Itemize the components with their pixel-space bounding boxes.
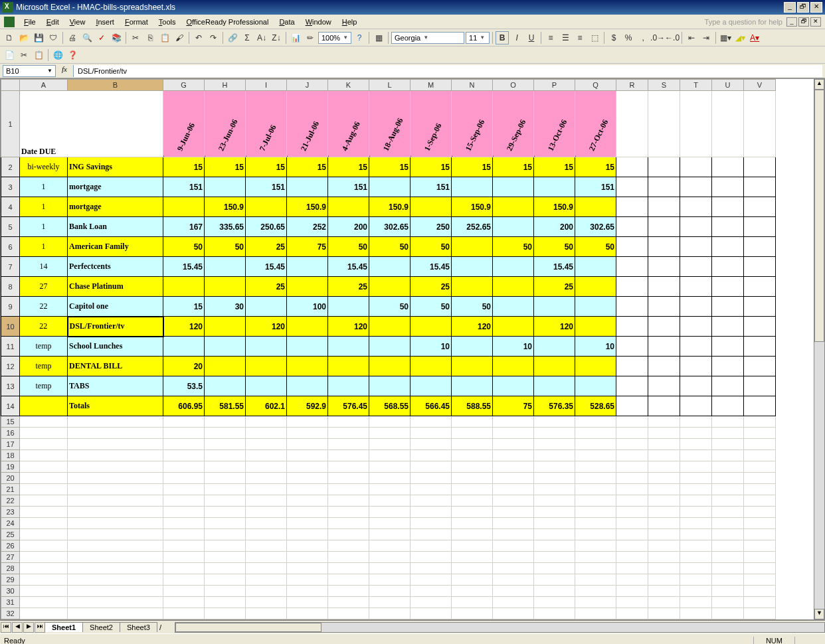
empty-cell[interactable] — [68, 461, 163, 473]
tb2-icon-4[interactable]: 🌐 — [51, 48, 64, 62]
empty-cell[interactable] — [680, 552, 712, 563]
empty-cell[interactable] — [534, 428, 575, 439]
empty-cell[interactable] — [616, 461, 648, 473]
empty-cell[interactable] — [680, 484, 712, 495]
fx-icon[interactable]: fx — [58, 65, 70, 77]
menu-insert[interactable]: Insert — [90, 17, 120, 27]
cell-value[interactable] — [369, 177, 411, 197]
empty-cell[interactable] — [712, 540, 744, 552]
empty-cell[interactable] — [68, 552, 163, 563]
empty-cell[interactable] — [648, 484, 680, 495]
empty-cell[interactable] — [534, 484, 575, 495]
menu-window[interactable]: Window — [300, 17, 337, 27]
empty-cell[interactable] — [744, 518, 776, 529]
empty-cell[interactable] — [648, 518, 680, 529]
empty-cell[interactable] — [287, 461, 328, 473]
empty-cell[interactable] — [680, 461, 712, 473]
empty-cell[interactable] — [575, 563, 616, 574]
print-icon[interactable]: 🖨 — [66, 31, 79, 44]
empty-cell[interactable] — [680, 563, 712, 574]
date-header[interactable]: 4-Aug-06 — [328, 91, 369, 157]
cell-value[interactable] — [493, 257, 534, 277]
empty-cell[interactable] — [246, 439, 287, 450]
open-icon[interactable]: 📂 — [17, 31, 31, 44]
empty-cell[interactable] — [205, 518, 246, 529]
empty-cell[interactable] — [616, 484, 648, 495]
cell-value[interactable] — [287, 277, 328, 297]
empty-cell[interactable] — [744, 495, 776, 507]
cell-name[interactable]: mortgage — [68, 177, 163, 197]
empty-cell[interactable] — [744, 597, 776, 608]
row-header-1[interactable]: 1 — [1, 91, 20, 157]
row-header-15[interactable]: 15 — [1, 416, 20, 428]
empty-cell[interactable] — [575, 529, 616, 540]
cell-value[interactable]: 50 — [369, 237, 411, 257]
empty-cell[interactable] — [205, 608, 246, 619]
help-icon[interactable]: ? — [353, 31, 366, 44]
row-header-21[interactable]: 21 — [1, 484, 20, 495]
cell-value[interactable] — [452, 237, 493, 257]
empty-cell[interactable] — [369, 563, 411, 574]
empty-cell[interactable] — [648, 540, 680, 552]
row-header-26[interactable]: 26 — [1, 540, 20, 552]
empty-cell[interactable] — [575, 586, 616, 597]
empty-cell[interactable] — [493, 540, 534, 552]
cell-value[interactable] — [205, 357, 246, 376]
empty-cell[interactable] — [680, 473, 712, 484]
cell-value[interactable] — [493, 177, 534, 197]
empty-cell[interactable] — [680, 540, 712, 552]
empty-cell[interactable] — [411, 540, 452, 552]
cell-value[interactable] — [411, 317, 452, 337]
empty-cell[interactable] — [246, 563, 287, 574]
save-icon[interactable]: 💾 — [32, 31, 45, 44]
row-header-22[interactable]: 22 — [1, 495, 20, 507]
empty-cell[interactable] — [369, 484, 411, 495]
empty-cell[interactable] — [411, 586, 452, 597]
empty-cell[interactable] — [493, 416, 534, 428]
cell-value[interactable]: 100 — [287, 297, 328, 317]
cell-value[interactable]: 25 — [534, 277, 575, 297]
empty-cell[interactable] — [246, 473, 287, 484]
empty-cell[interactable] — [68, 518, 163, 529]
row-header-25[interactable]: 25 — [1, 529, 20, 540]
empty-cell[interactable] — [68, 563, 163, 574]
sort-desc-icon[interactable]: Z↓ — [270, 31, 283, 44]
empty-cell[interactable] — [411, 416, 452, 428]
empty-cell[interactable] — [205, 461, 246, 473]
cell-value[interactable] — [287, 357, 328, 376]
cell-value[interactable] — [575, 357, 616, 376]
empty-cell[interactable] — [369, 473, 411, 484]
empty-cell[interactable] — [534, 495, 575, 507]
font-combo[interactable]: Georgia▼ — [391, 32, 464, 44]
cell-value[interactable]: 25 — [411, 277, 452, 297]
empty-cell[interactable] — [205, 450, 246, 461]
cell-value[interactable]: 15 — [369, 157, 411, 177]
empty-cell[interactable] — [680, 416, 712, 428]
vertical-scrollbar[interactable]: ▲ ▼ — [814, 79, 824, 619]
empty-cell[interactable] — [534, 586, 575, 597]
cell-value[interactable]: 15 — [205, 157, 246, 177]
empty-cell[interactable] — [163, 518, 205, 529]
col-header-P[interactable]: P — [534, 80, 575, 91]
cell-value[interactable]: 120 — [163, 317, 205, 337]
empty-cell[interactable] — [452, 574, 493, 586]
cell-value[interactable]: 15 — [411, 157, 452, 177]
cell-value[interactable]: 566.45 — [411, 396, 452, 416]
cell-value[interactable] — [575, 376, 616, 396]
empty-cell[interactable] — [648, 586, 680, 597]
empty-cell[interactable] — [287, 439, 328, 450]
date-header[interactable]: 15-Sep-06 — [452, 91, 493, 157]
cell-value[interactable] — [163, 337, 205, 357]
empty-cell[interactable] — [575, 473, 616, 484]
empty-cell[interactable] — [712, 461, 744, 473]
cell-value[interactable]: 75 — [493, 396, 534, 416]
empty-cell[interactable] — [369, 574, 411, 586]
empty-cell[interactable] — [246, 574, 287, 586]
empty-cell[interactable] — [744, 540, 776, 552]
cell-value[interactable]: 10 — [575, 337, 616, 357]
empty-cell[interactable] — [369, 416, 411, 428]
empty-cell[interactable] — [287, 608, 328, 619]
empty-cell[interactable] — [493, 495, 534, 507]
cell-value[interactable]: 15 — [452, 157, 493, 177]
empty-cell[interactable] — [712, 507, 744, 518]
